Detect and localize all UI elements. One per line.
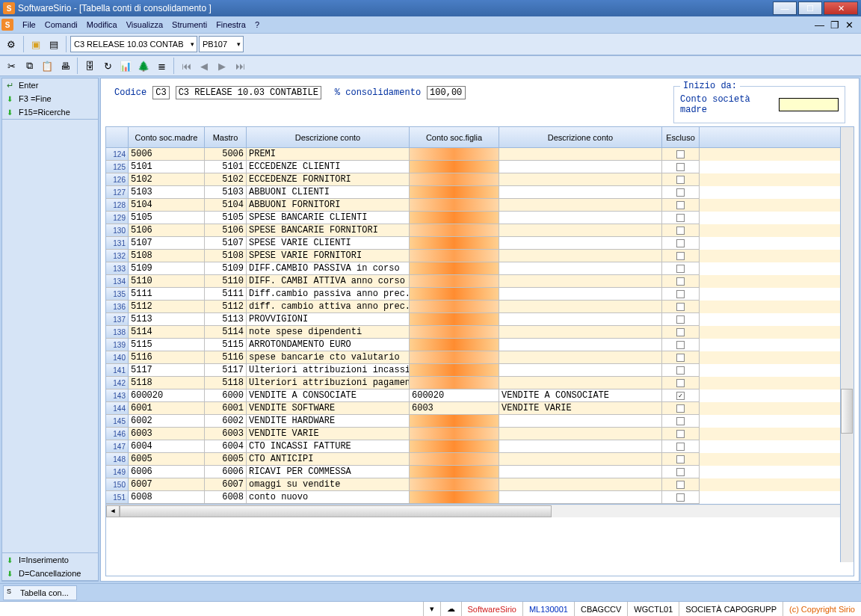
cell-csf[interactable] — [410, 212, 499, 224]
cell-rownum[interactable]: 150 — [106, 478, 129, 491]
cell-escluso[interactable] — [662, 377, 700, 389]
cell-rownum[interactable]: 130 — [106, 224, 129, 237]
box-icon[interactable]: ▣ — [28, 36, 44, 52]
col-descrizione-2[interactable]: Descrizione conto — [499, 127, 662, 147]
col-conto-soc-figlia[interactable]: Conto soc.figlia — [410, 127, 499, 147]
cell-dc[interactable]: VENDITE VARIE — [247, 428, 410, 440]
cell-dc2[interactable] — [499, 339, 662, 351]
cell-dc[interactable]: SPESE BANCARIE FORNITORI — [247, 224, 410, 237]
cell-dc2[interactable] — [499, 173, 662, 186]
cell-dc2[interactable] — [499, 186, 662, 199]
checkbox-icon[interactable] — [676, 188, 685, 197]
paste-icon[interactable]: 📋 — [39, 58, 55, 74]
cell-m[interactable]: 5117 — [205, 364, 247, 377]
conto-madre-input[interactable] — [779, 98, 839, 111]
prev-icon[interactable]: ◀ — [196, 58, 212, 74]
cell-dc[interactable]: Diff.cambio passiva anno prec. — [247, 288, 410, 301]
cell-dc2[interactable]: VENDITE A CONSOCIATE — [499, 389, 662, 402]
copy-icon[interactable]: ⧉ — [21, 58, 37, 74]
mdi-close-icon[interactable]: ✕ — [845, 19, 854, 31]
cell-csf[interactable] — [410, 478, 499, 491]
cell-escluso[interactable] — [662, 212, 700, 224]
sidebar-item-dcancellazione[interactable]: D=Cancellazione — [2, 567, 98, 580]
checkbox-icon[interactable] — [676, 252, 685, 260]
cell-escluso[interactable] — [662, 453, 700, 466]
cell-dc2[interactable] — [499, 212, 662, 224]
checkbox-icon[interactable] — [676, 201, 685, 209]
cell-m[interactable]: 5110 — [205, 275, 247, 288]
cell-csf[interactable] — [410, 339, 499, 351]
cell-dc2[interactable] — [499, 466, 662, 478]
cell-m[interactable]: 5006 — [205, 148, 247, 161]
cell-rownum[interactable]: 128 — [106, 199, 129, 212]
status-cloud-icon[interactable]: ☁ — [440, 602, 461, 616]
cell-csm[interactable]: 6005 — [129, 453, 205, 466]
cell-csf[interactable] — [410, 301, 499, 313]
table-row[interactable]: 13351095109DIFF.CAMBIO PASSIVA in corso — [106, 262, 854, 275]
col-rownum[interactable] — [106, 127, 129, 147]
cell-m[interactable]: 6006 — [205, 466, 247, 478]
table-row[interactable]: 14860056005CTO ANTICIPI — [106, 453, 854, 466]
table-row[interactable]: 14660036003VENDITE VARIE — [106, 428, 854, 440]
cell-csf[interactable]: 6003 — [410, 402, 499, 415]
cell-escluso[interactable] — [662, 364, 700, 377]
table-row[interactable]: 12751035103ABBUONI CLIENTI — [106, 186, 854, 199]
cell-m[interactable]: 6008 — [205, 491, 247, 504]
cell-dc[interactable]: VENDITE A CONSOCIATE — [247, 389, 410, 402]
cell-dc2[interactable] — [499, 313, 662, 326]
menu-comandi[interactable]: Comandi — [40, 19, 82, 31]
cell-m[interactable]: 5116 — [205, 351, 247, 364]
checkbox-icon[interactable] — [676, 493, 685, 502]
cell-rownum[interactable]: 142 — [106, 377, 129, 389]
cell-escluso[interactable] — [662, 148, 700, 161]
cell-csf[interactable] — [410, 148, 499, 161]
cell-m[interactable]: 5115 — [205, 339, 247, 351]
cell-dc[interactable]: CTO ANTICIPI — [247, 453, 410, 466]
cell-csf[interactable] — [410, 161, 499, 173]
cell-m[interactable]: 5107 — [205, 237, 247, 250]
cell-dc2[interactable] — [499, 288, 662, 301]
cell-csf[interactable] — [410, 237, 499, 250]
cell-dc2[interactable]: VENDITE VARIE — [499, 402, 662, 415]
table-row[interactable]: 12951055105SPESE BANCARIE CLIENTI — [106, 212, 854, 224]
cell-rownum[interactable]: 139 — [106, 339, 129, 351]
table-row[interactable]: 13251085108SPESE VARIE FORNITORI — [106, 250, 854, 262]
mdi-minimize-icon[interactable]: — — [815, 19, 824, 31]
cell-m[interactable]: 5114 — [205, 326, 247, 339]
print-icon[interactable]: 🖶 — [57, 58, 73, 74]
menu-visualizza[interactable]: Visualizza — [122, 19, 167, 31]
table-row[interactable]: 13651125112diff. cambio attiva anno prec… — [106, 301, 854, 313]
cell-dc2[interactable] — [499, 161, 662, 173]
vertical-scrollbar[interactable] — [840, 127, 854, 562]
cell-m[interactable]: 5104 — [205, 199, 247, 212]
cell-escluso[interactable] — [662, 440, 700, 453]
cell-csf[interactable] — [410, 275, 499, 288]
document-tab[interactable]: S Tabella con... — [3, 585, 77, 600]
scroll-left-icon[interactable]: ◀ — [106, 505, 120, 517]
cell-dc2[interactable] — [499, 301, 662, 313]
cell-rownum[interactable]: 136 — [106, 301, 129, 313]
tree-icon[interactable]: 🌲 — [135, 58, 152, 74]
cell-dc[interactable]: DIFF.CAMBIO PASSIVA in corso — [247, 262, 410, 275]
list-icon[interactable]: ≣ — [153, 58, 170, 74]
cell-dc2[interactable] — [499, 326, 662, 339]
cell-escluso[interactable] — [662, 339, 700, 351]
first-icon[interactable]: ⏮ — [178, 58, 194, 74]
table-row[interactable]: 13551115111Diff.cambio passiva anno prec… — [106, 288, 854, 301]
cell-escluso[interactable] — [662, 326, 700, 339]
cell-escluso[interactable] — [662, 161, 700, 173]
col-mastro[interactable]: Mastro — [205, 127, 247, 147]
cell-m[interactable]: 6002 — [205, 415, 247, 428]
menu-modifica[interactable]: Modifica — [82, 19, 122, 31]
table-row[interactable]: 13151075107SPESE VARIE CLIENTI — [106, 237, 854, 250]
cell-csf[interactable] — [410, 428, 499, 440]
cell-csm[interactable]: 5109 — [129, 262, 205, 275]
cell-dc2[interactable] — [499, 491, 662, 504]
table-row[interactable]: 14051165116spese bancarie cto valutario — [106, 351, 854, 364]
cell-m[interactable]: 6007 — [205, 478, 247, 491]
cell-dc[interactable]: Ulteriori attribuzioni pagamen — [247, 377, 410, 389]
checkbox-icon[interactable] — [676, 417, 685, 425]
checkbox-icon[interactable] — [676, 150, 685, 158]
cell-rownum[interactable]: 149 — [106, 466, 129, 478]
checkbox-icon[interactable] — [676, 366, 685, 375]
